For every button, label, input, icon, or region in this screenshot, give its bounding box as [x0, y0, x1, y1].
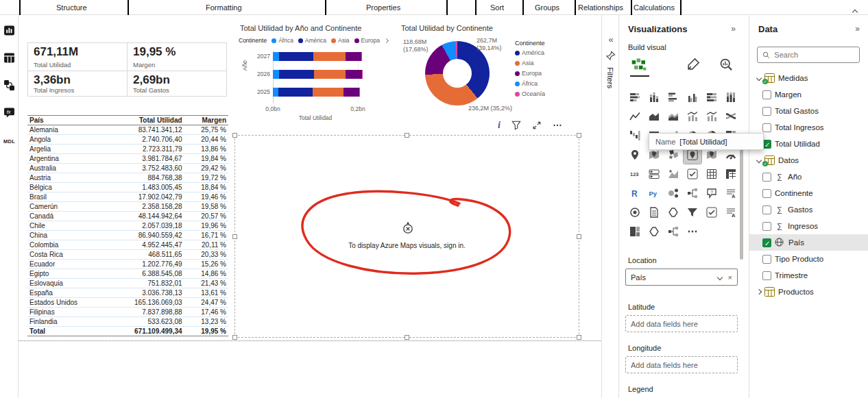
info-icon[interactable]: i [498, 120, 501, 131]
metrics-icon[interactable] [626, 203, 644, 221]
field-checkbox[interactable] [762, 255, 771, 264]
smart-narrative-icon[interactable]: A [722, 184, 740, 202]
clustered-bar-chart-icon[interactable] [664, 88, 682, 106]
line-stacked-column-chart-icon[interactable] [684, 108, 701, 125]
scrollbar-thumb[interactable] [740, 133, 743, 260]
table-row[interactable]: China86.940.559,4216,71 % [27, 231, 228, 240]
ribbon-group-properties[interactable]: Properties [366, 3, 400, 12]
legend-item-europa[interactable]: Europa [515, 70, 545, 77]
pin-icon[interactable] [605, 51, 616, 64]
get-more-visuals-icon[interactable] [684, 223, 701, 240]
ribbon-chart-icon[interactable] [722, 108, 740, 125]
key-influencers-icon[interactable] [664, 184, 682, 202]
focus-mode-icon[interactable] [532, 121, 542, 130]
table-row[interactable]: Angola2.740.706,4020,44 % [27, 135, 228, 145]
legend-item--frica[interactable]: África [272, 37, 293, 44]
bar-chart-visual[interactable]: Total Utilidad by Año and Continente Con… [233, 21, 405, 125]
tree-item-total-utilidad[interactable]: Total Utilidad [749, 136, 868, 152]
selection-handle[interactable] [577, 335, 581, 340]
column-header-total-utilidad[interactable]: Total Utilidad [106, 116, 184, 125]
kpi-card-total-ingresos[interactable]: 3,36bnTotal Ingresos [27, 71, 128, 97]
kpi-card-margen[interactable]: 19,95 %Margen [127, 42, 227, 71]
tab-analytics[interactable] [719, 58, 736, 74]
map-icon[interactable] [626, 146, 644, 164]
table-row[interactable]: Canadá48.144.942,6420,57 % [27, 212, 228, 221]
python-visual-icon[interactable]: Py [645, 184, 663, 202]
clustered-column-chart-icon[interactable] [684, 88, 701, 106]
text-box-icon[interactable]: A [722, 203, 740, 221]
custom-visual-2-icon[interactable] [645, 223, 663, 240]
field-checkbox[interactable] [762, 206, 771, 214]
tree-item-datos[interactable]: Datos [749, 152, 868, 169]
kpi-icon[interactable] [664, 165, 682, 183]
ribbon-group-formatting[interactable]: Formatting [206, 3, 242, 12]
tree-item-gastos[interactable]: ∑Gastos [749, 201, 868, 218]
field-checkbox[interactable] [762, 173, 771, 182]
stacked-bar-chart-icon[interactable] [626, 88, 644, 106]
table-row[interactable]: Colombia4.952.445,4720,11 % [27, 240, 228, 250]
decomposition-tree-icon[interactable] [684, 184, 701, 202]
100-stacked-bar-chart-icon[interactable] [703, 88, 721, 106]
table-icon[interactable] [703, 165, 721, 183]
tree-item-pa-s[interactable]: País [749, 234, 868, 251]
table-visual[interactable]: PaísTotal UtilidadMargen Alemania83.741.… [27, 115, 228, 336]
r-script-visual-icon[interactable]: R [626, 184, 644, 202]
donut-chart-visual[interactable]: Total Utilidad by Continente 118,68M(17,… [400, 21, 602, 130]
table-row[interactable]: Eslovaquia751.832,0121,43 % [27, 279, 228, 288]
table-view-icon[interactable] [3, 52, 16, 64]
waterfall-chart-icon[interactable] [626, 127, 644, 145]
bar-2026[interactable] [273, 70, 363, 79]
qa-visual-icon[interactable]: ? [703, 184, 721, 202]
expand-filters-icon[interactable]: « [602, 34, 620, 45]
legend-item-europa[interactable]: Europa [354, 37, 380, 44]
chevron-down-icon[interactable] [756, 75, 762, 81]
table-row[interactable]: Alemania83.741.341,1225,75 % [27, 125, 228, 135]
table-row[interactable]: Costa Rica468.511,6520,33 % [27, 250, 228, 260]
selection-handle[interactable] [405, 335, 409, 340]
ribbon-group-calculations[interactable]: Calculations [634, 3, 675, 12]
selection-handle[interactable] [577, 133, 581, 138]
multi-row-card-icon[interactable] [645, 165, 663, 183]
table-row[interactable]: Australia3.752.483,6029,42 % [27, 164, 228, 173]
column-header-margen[interactable]: Margen [184, 116, 228, 125]
tree-item-tipo-producto[interactable]: Tipo Producto [749, 251, 868, 267]
azure-map-visual[interactable]: To display Azure Maps visuals, sign in. [234, 135, 579, 338]
legend-item-asia[interactable]: Asia [331, 37, 350, 44]
legend-item--frica[interactable]: África [515, 80, 545, 87]
ribbon-group-relationships[interactable]: Relationships [578, 3, 623, 12]
table-row[interactable]: Camerún2.358.158,2819,58 % [27, 202, 228, 212]
field-checkbox[interactable] [762, 107, 771, 116]
ribbon-group-structure[interactable]: Structure [56, 3, 87, 12]
tree-item-trimestre[interactable]: Trimestre [749, 267, 868, 284]
kpi-card-total-utilidad[interactable]: 671,11MTotal Utilidad [27, 42, 128, 71]
tree-item-continente[interactable]: Continente [749, 185, 868, 201]
latitude-field-well[interactable]: Add data fields here [625, 315, 738, 332]
selection-handle[interactable] [232, 335, 237, 340]
collapse-visualizations-icon[interactable]: » [731, 24, 736, 34]
search-input[interactable] [774, 51, 854, 59]
dax-query-view-icon[interactable]: fx [3, 107, 16, 119]
field-checkbox[interactable] [762, 90, 771, 99]
ribbon-group-sort[interactable]: Sort [490, 3, 504, 12]
100-stacked-column-chart-icon[interactable] [722, 88, 740, 106]
power-automate-icon[interactable] [684, 203, 701, 221]
field-checkbox[interactable] [762, 238, 771, 247]
tree-item-a-o[interactable]: ∑Año [749, 169, 868, 185]
power-apps-icon[interactable] [664, 203, 682, 221]
remove-field-icon[interactable]: × [728, 273, 732, 282]
line-chart-icon[interactable] [626, 108, 644, 125]
column-header-pa-s[interactable]: País [27, 116, 106, 125]
legend-item-am-rica[interactable]: América [515, 49, 545, 56]
legend-item-am-rica[interactable]: América [298, 37, 326, 44]
tree-item-ingresos[interactable]: ∑Ingresos [749, 218, 868, 234]
new-slicer-icon[interactable] [703, 203, 721, 221]
table-row[interactable]: Argelia2.723.311,7913,86 % [27, 145, 228, 154]
selection-handle[interactable] [232, 133, 237, 138]
table-row[interactable]: Argentina3.981.784,6719,84 % [27, 154, 228, 164]
field-checkbox[interactable] [762, 222, 771, 231]
area-chart-icon[interactable] [645, 108, 663, 125]
kpi-card-total-gastos[interactable]: 2,69bnTotal Gastos [127, 71, 227, 97]
table-row[interactable]: Estados Unidos165.136.069,0324,47 % [27, 298, 228, 308]
tab-build-visual[interactable] [631, 58, 648, 74]
bar-2027[interactable] [273, 52, 362, 61]
